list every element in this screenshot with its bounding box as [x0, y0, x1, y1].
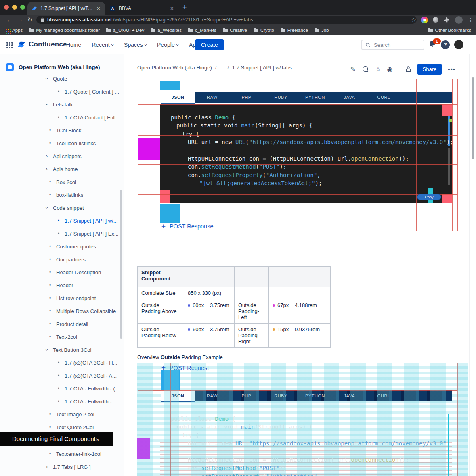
sidebar-item[interactable]: •1.7 CTA - Fullwidth - (...: [57, 385, 120, 392]
sidebar-item[interactable]: ›1.7 Tabs [ LRG ]: [45, 463, 91, 470]
address-bar[interactable]: bbva-compass.atlassian.net /wiki/spaces/…: [36, 16, 417, 24]
sidebar-item[interactable]: •1.7 CTA - Fullwidth - ...: [57, 398, 117, 405]
sidebar-item[interactable]: •Text-2col: [48, 333, 77, 340]
confluence-logo[interactable]: Confluence: [17, 40, 67, 49]
sidebar-item[interactable]: •1.7 (x3)CTA 3Col - H...: [57, 359, 117, 366]
copy-button[interactable]: Copy: [417, 194, 441, 200]
sidebar-item[interactable]: •Multiple Rows Collapsible: [48, 307, 116, 315]
sidebar-item[interactable]: •1.7 CTA Contact [ Full...: [57, 114, 120, 121]
bookmark-item[interactable]: Creative: [223, 28, 247, 33]
restrictions-unlock-icon[interactable]: [405, 66, 411, 73]
sidebar-item[interactable]: •List row endpoint: [48, 294, 96, 302]
sidebar-item[interactable]: ›Quote: [45, 75, 67, 82]
more-actions-icon[interactable]: •••: [448, 66, 455, 73]
extensions-puzzle-icon[interactable]: [444, 17, 450, 23]
window-zoom-button[interactable]: [20, 5, 25, 10]
watch-icon[interactable]: ◉: [387, 65, 393, 73]
sidebar-item[interactable]: •1.7 Quote [ Content ] ...: [57, 88, 119, 95]
sidebar-item[interactable]: •Header: [48, 282, 73, 289]
window-close-button[interactable]: [4, 5, 9, 10]
favorite-star-icon[interactable]: ☆: [375, 65, 381, 73]
nav-recent[interactable]: Recent›: [92, 42, 113, 48]
code-scrollbar-thumb[interactable]: [448, 414, 449, 476]
sidebar-item[interactable]: •Text Quote 2Col: [48, 424, 94, 431]
sidebar-item[interactable]: •Text Image 2 col: [48, 411, 94, 418]
sidebar-item[interactable]: •Textcenter-link-1col: [48, 450, 101, 457]
sidebar-item[interactable]: •1col-icon-listlinks: [48, 140, 96, 147]
sidebar-scrollbar[interactable]: [120, 190, 122, 339]
code-tab-raw[interactable]: RAW: [195, 92, 229, 103]
forward-icon[interactable]: →: [17, 16, 23, 24]
code-tab-curl[interactable]: CURL: [367, 390, 401, 401]
new-tab-button[interactable]: +: [182, 3, 187, 12]
code-tab-python[interactable]: PYTHON: [298, 92, 332, 103]
sidebar-item[interactable]: •Product detail: [48, 320, 88, 328]
bookmark-star-icon[interactable]: ☆: [411, 17, 416, 23]
sidebar-item[interactable]: •Box 2col: [48, 178, 76, 186]
bookmark-item[interactable]: c_Markets: [188, 28, 216, 33]
code-tab-ruby[interactable]: RUBY: [264, 390, 298, 401]
sidebar-item[interactable]: •1Col Block: [48, 127, 81, 134]
code-tab-curl[interactable]: CURL: [367, 92, 401, 103]
search-input[interactable]: [373, 42, 415, 48]
tab-close-icon[interactable]: ×: [170, 5, 174, 12]
nav-home[interactable]: Home: [66, 42, 81, 48]
app-switcher-icon[interactable]: [6, 42, 8, 44]
code-tab-json[interactable]: JSON: [161, 92, 195, 104]
bookmark-item[interactable]: Apps: [5, 28, 23, 33]
comment-icon[interactable]: [362, 65, 369, 73]
extension-sphere-icon[interactable]: [433, 17, 438, 23]
tab-close-icon[interactable]: ×: [96, 5, 101, 12]
sidebar-item[interactable]: ›Api snippets: [45, 152, 82, 160]
window-minimize-button[interactable]: [12, 5, 17, 10]
browser-menu-icon[interactable]: ⋮: [468, 17, 474, 23]
code-tab-php[interactable]: PHP: [229, 390, 264, 401]
bookmark-item[interactable]: Freelance: [281, 28, 308, 33]
sidebar-item[interactable]: ›Apis home: [45, 165, 78, 173]
sidebar-item[interactable]: •1.7 Snippet [ API ] w/...: [57, 217, 118, 224]
code-tab-php[interactable]: PHP: [229, 92, 264, 103]
sidebar-item[interactable]: ›Text Button 3Col: [45, 346, 91, 353]
bookmark-item[interactable]: My managed bookmarks folder: [29, 28, 100, 33]
code-tab-ruby[interactable]: RUBY: [264, 92, 298, 103]
sidebar-item[interactable]: •Customer quotes: [48, 243, 96, 250]
bookmark-item[interactable]: Crypto: [254, 28, 274, 33]
sidebar-item[interactable]: ›Lets-talk: [45, 101, 73, 108]
code-tab-json[interactable]: JSON: [161, 390, 195, 402]
bookmark-item[interactable]: a_UX/UI + Dev: [106, 28, 144, 33]
space-header[interactable]: Open Platform Web (aka Hinge): [6, 63, 100, 71]
edit-pencil-icon[interactable]: ✎: [350, 65, 356, 73]
browser-tab-bbva[interactable]: Λ BBVA ×: [106, 2, 178, 15]
breadcrumb-ellipsis[interactable]: ...: [220, 65, 224, 71]
search-box[interactable]: [361, 40, 424, 50]
browser-tab-current[interactable]: 1.7 Snippet [ API ] w/Tabs - Op ×: [27, 2, 105, 15]
breadcrumb-space-link[interactable]: Open Platform Web (aka Hinge): [137, 65, 212, 71]
reload-icon[interactable]: ↻: [27, 16, 33, 24]
code-tab-java[interactable]: JAVA: [332, 92, 367, 103]
create-button[interactable]: Create: [195, 39, 224, 50]
bookmark-item[interactable]: a_Websites: [151, 28, 182, 33]
sidebar-item[interactable]: •1.7 Snippet [ API ] Ex...: [57, 230, 119, 237]
post-request-toggle[interactable]: + POST Request: [161, 364, 209, 372]
user-avatar[interactable]: [454, 40, 463, 49]
code-tab-java[interactable]: JAVA: [332, 390, 367, 401]
nav-people[interactable]: People›: [157, 42, 178, 48]
profile-avatar-icon[interactable]: [455, 16, 463, 24]
other-bookmarks-button[interactable]: Other Bookmarks: [428, 28, 476, 33]
code-tab-python[interactable]: PYTHON: [298, 390, 332, 401]
help-button[interactable]: ?: [441, 40, 450, 49]
window-scrollbar[interactable]: [472, 77, 474, 159]
bookmark-item[interactable]: Job: [315, 28, 329, 33]
nav-spaces[interactable]: Spaces›: [124, 42, 147, 48]
sidebar-item[interactable]: ›Code snippet: [45, 204, 84, 211]
share-button[interactable]: Share: [417, 64, 442, 75]
code-tab-raw[interactable]: RAW: [195, 390, 229, 401]
extension-colorful-icon[interactable]: [421, 17, 428, 23]
sidebar-item[interactable]: •Our partners: [48, 256, 86, 263]
back-icon[interactable]: ←: [6, 16, 13, 24]
post-response-toggle[interactable]: + POST Response: [161, 222, 213, 230]
sidebar-item[interactable]: •1.7 (x3)CTA 3Col - A...: [57, 372, 117, 379]
breadcrumb-page-link[interactable]: 1.7 Snippet [ API ] w/Tabs: [232, 65, 292, 71]
sidebar-item[interactable]: •Header Description: [48, 269, 101, 276]
sidebar-item[interactable]: •box-listlinks: [48, 191, 83, 198]
